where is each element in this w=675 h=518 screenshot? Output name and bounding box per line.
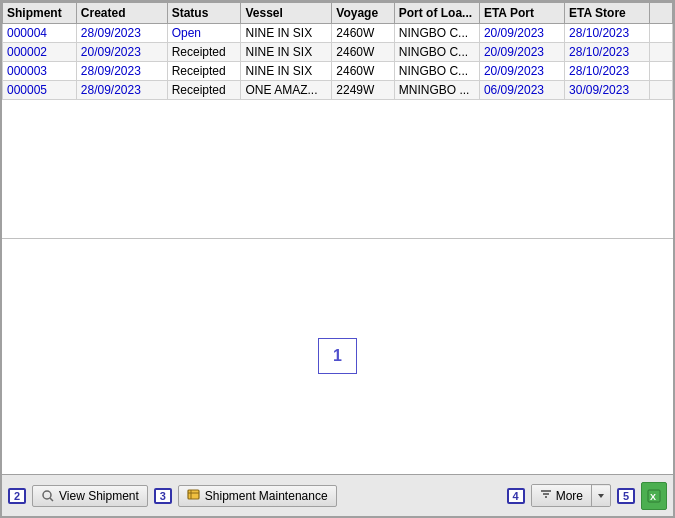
cell-port_of_loading: NINGBO C... bbox=[394, 62, 479, 81]
more-button-group: More bbox=[531, 484, 611, 507]
svg-line-1 bbox=[50, 498, 53, 501]
cell-voyage: 2460W bbox=[332, 62, 394, 81]
view-shipment-button[interactable]: View Shipment bbox=[32, 485, 148, 507]
table-row[interactable]: 00000428/09/2023OpenNINE IN SIX2460WNING… bbox=[3, 24, 673, 43]
col-header-vessel: Vessel bbox=[241, 3, 332, 24]
cell-port_of_loading: NINGBO C... bbox=[394, 24, 479, 43]
cell-eta_store: 30/09/2023 bbox=[565, 81, 650, 100]
svg-marker-8 bbox=[598, 494, 604, 498]
cell-extra bbox=[650, 62, 673, 81]
cell-status: Receipted bbox=[167, 62, 241, 81]
cell-port_of_loading: NINGBO C... bbox=[394, 43, 479, 62]
shipment-maintenance-label: Shipment Maintenance bbox=[205, 489, 328, 503]
cell-created: 28/09/2023 bbox=[76, 24, 167, 43]
cell-eta_store: 28/10/2023 bbox=[565, 62, 650, 81]
cell-eta_port: 20/09/2023 bbox=[479, 24, 564, 43]
cell-eta_store: 28/10/2023 bbox=[565, 43, 650, 62]
cell-extra bbox=[650, 24, 673, 43]
cell-extra bbox=[650, 43, 673, 62]
more-label: More bbox=[556, 489, 583, 503]
more-dropdown-button[interactable] bbox=[592, 486, 610, 506]
col-header-eta-store: ETA Store bbox=[565, 3, 650, 24]
cell-created: 28/09/2023 bbox=[76, 81, 167, 100]
more-main-button[interactable]: More bbox=[532, 485, 592, 506]
badge-more: 4 bbox=[507, 488, 525, 504]
cell-eta_store: 28/10/2023 bbox=[565, 24, 650, 43]
svg-point-0 bbox=[43, 491, 51, 499]
shipment-maintenance-button[interactable]: Shipment Maintenance bbox=[178, 485, 337, 507]
search-icon bbox=[41, 489, 55, 503]
table-row[interactable]: 00000220/09/2023ReceiptedNINE IN SIX2460… bbox=[3, 43, 673, 62]
footer-toolbar: 2 View Shipment 3 Shipment Maintenance bbox=[2, 474, 673, 516]
cell-shipment: 000004 bbox=[3, 24, 77, 43]
svg-text:X: X bbox=[650, 492, 656, 502]
cell-voyage: 2460W bbox=[332, 24, 394, 43]
svg-rect-2 bbox=[188, 490, 199, 499]
content-area: 1 bbox=[2, 239, 673, 475]
col-header-voyage: Voyage bbox=[332, 3, 394, 24]
cell-shipment: 000003 bbox=[3, 62, 77, 81]
col-header-created: Created bbox=[76, 3, 167, 24]
col-header-eta-port: ETA Port bbox=[479, 3, 564, 24]
badge-green: 5 bbox=[617, 488, 635, 504]
table-row[interactable]: 00000328/09/2023ReceiptedNINE IN SIX2460… bbox=[3, 62, 673, 81]
cell-created: 20/09/2023 bbox=[76, 43, 167, 62]
col-header-status: Status bbox=[167, 3, 241, 24]
cell-port_of_loading: MNINGBO ... bbox=[394, 81, 479, 100]
cell-status: Receipted bbox=[167, 81, 241, 100]
cell-vessel: NINE IN SIX bbox=[241, 62, 332, 81]
table-area: Shipment Created Status Vessel Voyage Po… bbox=[2, 2, 673, 239]
cell-eta_port: 06/09/2023 bbox=[479, 81, 564, 100]
cell-eta_port: 20/09/2023 bbox=[479, 43, 564, 62]
cell-extra bbox=[650, 81, 673, 100]
cell-status: Receipted bbox=[167, 43, 241, 62]
table-row[interactable]: 00000528/09/2023ReceiptedONE AMAZ...2249… bbox=[3, 81, 673, 100]
maintenance-icon bbox=[187, 489, 201, 503]
cell-voyage: 2460W bbox=[332, 43, 394, 62]
main-window: Shipment Created Status Vessel Voyage Po… bbox=[0, 0, 675, 518]
export-button[interactable]: X bbox=[641, 482, 667, 510]
col-header-extra bbox=[650, 3, 673, 24]
filter-icon bbox=[540, 488, 552, 503]
col-header-shipment: Shipment bbox=[3, 3, 77, 24]
col-header-port-loading: Port of Loa... bbox=[394, 3, 479, 24]
cell-voyage: 2249W bbox=[332, 81, 394, 100]
cell-shipment: 000005 bbox=[3, 81, 77, 100]
cell-vessel: ONE AMAZ... bbox=[241, 81, 332, 100]
view-shipment-label: View Shipment bbox=[59, 489, 139, 503]
cell-created: 28/09/2023 bbox=[76, 62, 167, 81]
page-indicator: 1 bbox=[318, 338, 357, 374]
cell-vessel: NINE IN SIX bbox=[241, 43, 332, 62]
cell-status: Open bbox=[167, 24, 241, 43]
cell-vessel: NINE IN SIX bbox=[241, 24, 332, 43]
badge-view-shipment: 2 bbox=[8, 488, 26, 504]
cell-eta_port: 20/09/2023 bbox=[479, 62, 564, 81]
cell-shipment: 000002 bbox=[3, 43, 77, 62]
badge-shipment-maintenance: 3 bbox=[154, 488, 172, 504]
shipment-table: Shipment Created Status Vessel Voyage Po… bbox=[2, 2, 673, 100]
